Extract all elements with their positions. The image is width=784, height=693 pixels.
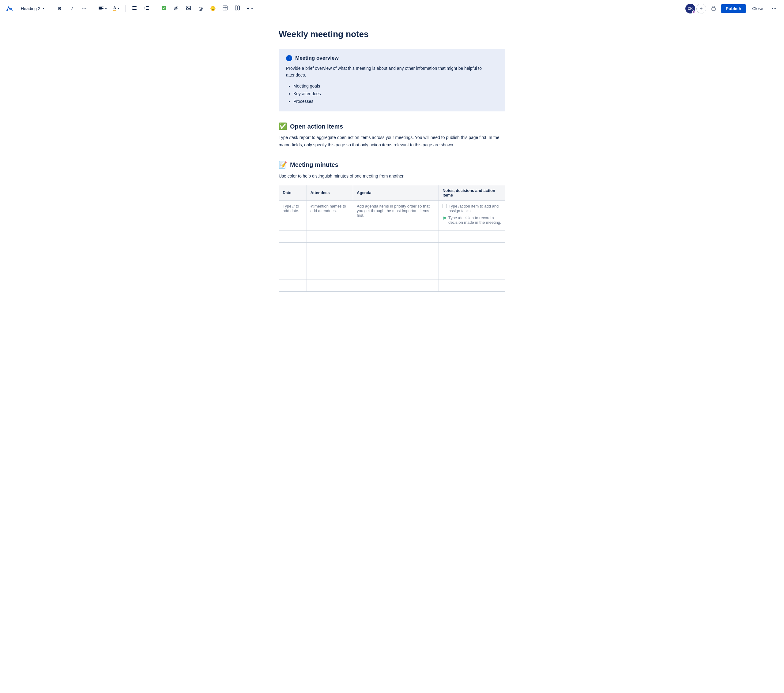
at-icon: @ bbox=[198, 6, 203, 11]
cell-notes[interactable] bbox=[438, 255, 505, 267]
page-title[interactable]: Weekly meeting notes bbox=[279, 30, 505, 39]
restrict-button[interactable] bbox=[709, 4, 718, 13]
number-list-button[interactable]: 1. bbox=[142, 4, 151, 13]
link-icon bbox=[174, 5, 178, 11]
svg-rect-22 bbox=[235, 6, 237, 10]
insert-button[interactable]: + bbox=[245, 4, 255, 13]
cell-notes[interactable]: Type /action item to add and assign task… bbox=[438, 200, 505, 230]
columns-button[interactable] bbox=[232, 4, 242, 13]
list-item[interactable]: Processes bbox=[293, 98, 498, 105]
link-button[interactable] bbox=[171, 4, 181, 13]
cell-attendees[interactable] bbox=[306, 255, 353, 267]
cell-agenda[interactable] bbox=[353, 267, 439, 279]
cell-agenda[interactable] bbox=[353, 230, 439, 242]
align-icon bbox=[99, 6, 104, 11]
table-row bbox=[279, 242, 505, 255]
meeting-minutes-title[interactable]: Meeting minutes bbox=[290, 161, 338, 168]
info-panel-body[interactable]: Provide a brief overview of what this me… bbox=[286, 65, 498, 79]
section-header: ✅ Open action items bbox=[279, 122, 505, 130]
text-color-button[interactable]: A bbox=[112, 4, 122, 13]
decision-item: ⚑ Type /decision to record a decision ma… bbox=[443, 215, 501, 225]
columns-icon bbox=[235, 5, 240, 11]
svg-rect-7 bbox=[133, 6, 137, 7]
toolbar-divider-2 bbox=[93, 5, 93, 12]
svg-rect-4 bbox=[99, 8, 104, 9]
number-list-icon: 1. bbox=[144, 6, 149, 11]
cell-attendees[interactable]: @mention names to add attendees. bbox=[306, 200, 353, 230]
list-item[interactable]: Key attendees bbox=[293, 90, 498, 98]
info-icon: i bbox=[286, 55, 292, 61]
cell-agenda[interactable] bbox=[353, 242, 439, 255]
svg-point-10 bbox=[132, 9, 133, 10]
more-options-button[interactable]: ··· bbox=[769, 4, 779, 13]
meeting-table: Date Attendees Agenda Notes, decisions a… bbox=[279, 185, 505, 292]
content-area: Weekly meeting notes i Meeting overview … bbox=[260, 17, 524, 328]
svg-point-1 bbox=[7, 10, 8, 11]
more-format-button[interactable]: ··· bbox=[79, 4, 89, 13]
cell-agenda[interactable] bbox=[353, 255, 439, 267]
cell-agenda[interactable]: Add agenda items in priority order so th… bbox=[353, 200, 439, 230]
toolbar: Heading 2 B I ··· A 1. bbox=[0, 0, 784, 17]
italic-button[interactable]: I bbox=[67, 4, 77, 13]
cell-notes[interactable] bbox=[438, 242, 505, 255]
ellipsis-icon: ··· bbox=[772, 5, 776, 11]
svg-point-6 bbox=[132, 6, 133, 7]
meeting-minutes-intro[interactable]: Use color to help distinguish minutes of… bbox=[279, 172, 505, 180]
cell-notes[interactable] bbox=[438, 230, 505, 242]
bullet-list-icon bbox=[132, 6, 137, 11]
cell-date[interactable] bbox=[279, 230, 307, 242]
avatar[interactable]: CK bbox=[685, 4, 695, 13]
checkbox-button[interactable] bbox=[159, 4, 169, 13]
cell-agenda[interactable] bbox=[353, 279, 439, 291]
close-button[interactable]: Close bbox=[748, 4, 767, 13]
table-row: Type // to add date. @mention names to a… bbox=[279, 200, 505, 230]
decision-icon: ⚑ bbox=[443, 216, 446, 221]
section-header: 📝 Meeting minutes bbox=[279, 161, 505, 169]
col-attendees: Attendees bbox=[306, 185, 353, 200]
table-row bbox=[279, 267, 505, 279]
col-notes: Notes, decisions and action items bbox=[438, 185, 505, 200]
bullet-list-button[interactable] bbox=[129, 4, 139, 13]
cell-date[interactable] bbox=[279, 255, 307, 267]
chevron-down-icon bbox=[251, 8, 253, 9]
mention-button[interactable]: @ bbox=[196, 4, 206, 13]
svg-rect-23 bbox=[238, 6, 239, 10]
meeting-minutes-emoji: 📝 bbox=[279, 161, 287, 169]
heading-selector[interactable]: Heading 2 bbox=[18, 5, 47, 12]
cell-attendees[interactable] bbox=[306, 230, 353, 242]
info-panel: i Meeting overview Provide a brief overv… bbox=[279, 49, 505, 112]
image-button[interactable] bbox=[183, 4, 193, 13]
svg-rect-16 bbox=[162, 6, 166, 10]
action-items-emoji: ✅ bbox=[279, 122, 287, 130]
table-button[interactable] bbox=[220, 4, 230, 13]
svg-rect-3 bbox=[99, 7, 102, 8]
app-logo bbox=[5, 4, 13, 13]
toolbar-right: CK + Publish Close ··· bbox=[685, 4, 779, 13]
action-items-title[interactable]: Open action items bbox=[290, 123, 343, 130]
info-panel-title[interactable]: Meeting overview bbox=[295, 55, 339, 61]
cell-attendees[interactable] bbox=[306, 279, 353, 291]
align-button[interactable] bbox=[97, 4, 109, 13]
cell-notes[interactable] bbox=[438, 279, 505, 291]
table-row bbox=[279, 230, 505, 242]
cell-date[interactable] bbox=[279, 267, 307, 279]
cell-attendees[interactable] bbox=[306, 267, 353, 279]
table-icon bbox=[222, 5, 227, 11]
emoji-button[interactable]: 🙂 bbox=[208, 4, 218, 13]
meeting-minutes-section: 📝 Meeting minutes Use color to help dist… bbox=[279, 161, 505, 292]
add-collaborator-button[interactable]: + bbox=[697, 4, 706, 13]
publish-button[interactable]: Publish bbox=[721, 4, 746, 13]
cell-date[interactable]: Type // to add date. bbox=[279, 200, 307, 230]
col-date: Date bbox=[279, 185, 307, 200]
action-items-body[interactable]: Type /task report to aggregate open acti… bbox=[279, 134, 505, 149]
table-header-row: Date Attendees Agenda Notes, decisions a… bbox=[279, 185, 505, 200]
cell-notes[interactable] bbox=[438, 267, 505, 279]
cell-attendees[interactable] bbox=[306, 242, 353, 255]
svg-rect-17 bbox=[186, 6, 191, 10]
list-item[interactable]: Meeting goals bbox=[293, 82, 498, 90]
task-checkbox-icon[interactable] bbox=[443, 204, 447, 208]
cell-date[interactable] bbox=[279, 242, 307, 255]
cell-date[interactable] bbox=[279, 279, 307, 291]
svg-rect-24 bbox=[712, 8, 715, 10]
bold-button[interactable]: B bbox=[55, 4, 64, 13]
